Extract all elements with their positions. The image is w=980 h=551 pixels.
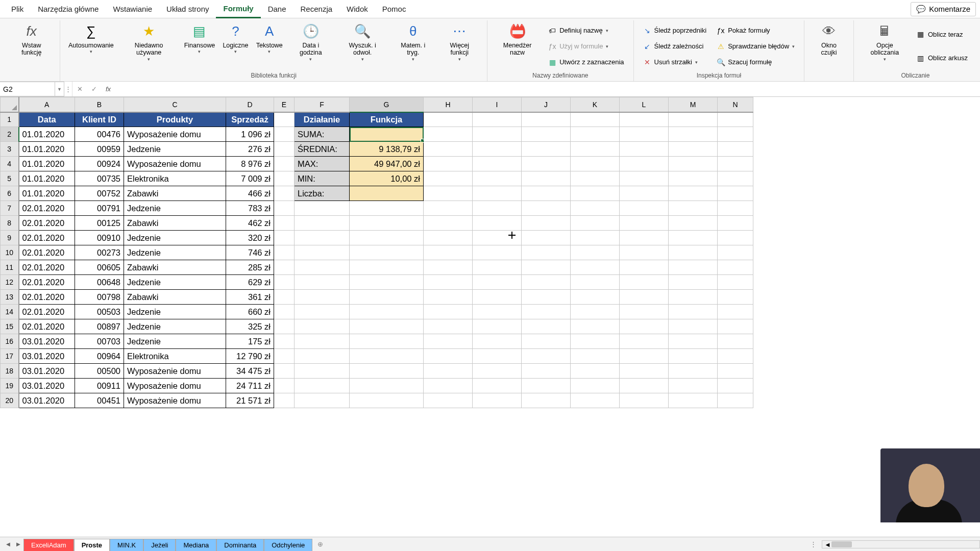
- cell-J1[interactable]: [522, 112, 571, 127]
- cell-I18[interactable]: [473, 364, 522, 379]
- cell-K1[interactable]: [571, 112, 620, 127]
- cell-B20[interactable]: 00451: [75, 393, 124, 408]
- cell-I11[interactable]: [473, 260, 522, 275]
- cell-I1[interactable]: [473, 112, 522, 127]
- cell-L7[interactable]: [620, 201, 669, 216]
- row-header-1[interactable]: 1: [1, 112, 19, 127]
- financial-button[interactable]: ▤ Finansowe: [180, 21, 219, 71]
- cell-B11[interactable]: 00605: [75, 260, 124, 275]
- cell-L6[interactable]: [620, 186, 669, 201]
- comments-button[interactable]: 💬Komentarze: [911, 2, 976, 16]
- fx-button[interactable]: fx: [101, 82, 115, 96]
- cell-H19[interactable]: [424, 379, 473, 393]
- cell-C14[interactable]: Jedzenie: [124, 305, 226, 319]
- cell-I2[interactable]: [473, 127, 522, 142]
- horizontal-scrollbar[interactable]: ◄: [822, 540, 980, 548]
- name-box[interactable]: G2: [0, 82, 55, 96]
- formula-input[interactable]: [115, 82, 980, 96]
- cell-N2[interactable]: [718, 127, 753, 142]
- cell-G5[interactable]: 10,00 zł: [350, 171, 424, 186]
- cell-L18[interactable]: [620, 364, 669, 379]
- cell-B6[interactable]: 00752: [75, 186, 124, 201]
- cell-G6[interactable]: [350, 186, 424, 201]
- cell-H17[interactable]: [424, 349, 473, 364]
- cell-H1[interactable]: [424, 112, 473, 127]
- logical-button[interactable]: ? Logiczne: [219, 21, 252, 71]
- cell-F8[interactable]: [295, 216, 350, 231]
- cell-D12[interactable]: 629 zł: [226, 275, 274, 290]
- cell-A17[interactable]: 03.01.2020: [19, 349, 75, 364]
- cell-K10[interactable]: [571, 245, 620, 260]
- cell-M17[interactable]: [669, 349, 718, 364]
- cell-F15[interactable]: [295, 319, 350, 334]
- cell-L3[interactable]: [620, 142, 669, 157]
- cell-C3[interactable]: Jedzenie: [124, 142, 226, 157]
- cell-B8[interactable]: 00125: [75, 216, 124, 231]
- cell-G10[interactable]: [350, 245, 424, 260]
- cell-L16[interactable]: [620, 334, 669, 349]
- cell-A14[interactable]: 02.01.2020: [19, 305, 75, 319]
- cell-J12[interactable]: [522, 275, 571, 290]
- cell-F13[interactable]: [295, 290, 350, 305]
- cell-C20[interactable]: Wyposażenie domu: [124, 393, 226, 408]
- cell-N20[interactable]: [718, 393, 753, 408]
- cell-G12[interactable]: [350, 275, 424, 290]
- cell-A13[interactable]: 02.01.2020: [19, 290, 75, 305]
- row-header-13[interactable]: 13: [1, 290, 19, 305]
- cell-I6[interactable]: [473, 186, 522, 201]
- cell-M1[interactable]: [669, 112, 718, 127]
- col-header-I[interactable]: I: [473, 97, 522, 112]
- cell-N5[interactable]: [718, 171, 753, 186]
- cell-A2[interactable]: 01.01.2020: [19, 127, 75, 142]
- worksheet[interactable]: ABCDEFGHIJKLMN1DataKlient IDProduktySprz…: [0, 97, 980, 408]
- cell-F11[interactable]: [295, 260, 350, 275]
- row-header-4[interactable]: 4: [1, 157, 19, 171]
- cell-B3[interactable]: 00959: [75, 142, 124, 157]
- sheet-tab-min.k[interactable]: MIN.K: [110, 539, 143, 552]
- cell-I10[interactable]: [473, 245, 522, 260]
- col-header-G[interactable]: G: [350, 97, 424, 112]
- cell-C15[interactable]: Jedzenie: [124, 319, 226, 334]
- tab-widok[interactable]: Widok: [339, 1, 375, 17]
- cell-I14[interactable]: [473, 305, 522, 319]
- cell-M8[interactable]: [669, 216, 718, 231]
- cell-D2[interactable]: 1 096 zł: [226, 127, 274, 142]
- calc-now-button[interactable]: ▦ Oblicz teraz: [914, 29, 971, 39]
- cell-D4[interactable]: 8 976 zł: [226, 157, 274, 171]
- cell-L13[interactable]: [620, 290, 669, 305]
- cell-A8[interactable]: 02.01.2020: [19, 216, 75, 231]
- tab-nav-prev[interactable]: ◄: [3, 540, 13, 548]
- define-name-button[interactable]: 🏷 Definiuj nazwę: [545, 26, 627, 36]
- cell-I17[interactable]: [473, 349, 522, 364]
- row-header-15[interactable]: 15: [1, 319, 19, 334]
- tab-nav-next[interactable]: ►: [13, 540, 23, 548]
- cell-L11[interactable]: [620, 260, 669, 275]
- cell-I4[interactable]: [473, 157, 522, 171]
- create-from-selection-button[interactable]: ▦ Utwórz z zaznaczenia: [545, 57, 627, 67]
- row-header-19[interactable]: 19: [1, 379, 19, 393]
- cell-H13[interactable]: [424, 290, 473, 305]
- col-header-F[interactable]: F: [295, 97, 350, 112]
- cell-N14[interactable]: [718, 305, 753, 319]
- cell-H12[interactable]: [424, 275, 473, 290]
- cell-I19[interactable]: [473, 379, 522, 393]
- cell-B15[interactable]: 00897: [75, 319, 124, 334]
- math-button[interactable]: θ Matem. i tryg.: [390, 21, 436, 71]
- cell-C9[interactable]: Jedzenie: [124, 231, 226, 245]
- cell-E5[interactable]: [274, 171, 295, 186]
- cell-E20[interactable]: [274, 393, 295, 408]
- cell-G15[interactable]: [350, 319, 424, 334]
- cell-N4[interactable]: [718, 157, 753, 171]
- cell-D17[interactable]: 12 790 zł: [226, 349, 274, 364]
- calc-options-button[interactable]: 🖩 Opcje obliczania: [858, 21, 912, 71]
- cell-F20[interactable]: [295, 393, 350, 408]
- cell-B5[interactable]: 00735: [75, 171, 124, 186]
- cell-E6[interactable]: [274, 186, 295, 201]
- cell-G18[interactable]: [350, 364, 424, 379]
- cell-E15[interactable]: [274, 319, 295, 334]
- add-sheet-button[interactable]: ⊕: [312, 538, 328, 550]
- row-header-11[interactable]: 11: [1, 260, 19, 275]
- cell-H5[interactable]: [424, 171, 473, 186]
- cell-I20[interactable]: [473, 393, 522, 408]
- cell-J19[interactable]: [522, 379, 571, 393]
